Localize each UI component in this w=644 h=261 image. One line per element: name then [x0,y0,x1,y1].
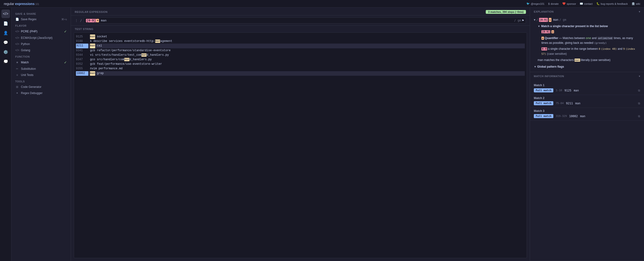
test-string-title: TEST STRING [71,26,530,32]
match-3-title: Match 3 [534,109,640,113]
open-delimiter: / [80,19,82,22]
exp-man-literal: man matches the characters man literally… [534,58,640,63]
copy-1-icon[interactable]: ⧉ [638,89,640,92]
match-1-val: man [574,89,579,92]
exp-match-single-char: ▼ Match a single character present in th… [534,24,640,56]
flavor-pcre[interactable]: </> PCRE (PHP) ✓ [12,28,71,35]
sidebar-icon-user[interactable]: 👤 [2,29,10,37]
navbar-links: 🐦 @regex101 $ donate ❤️ sponsor ✉️ conta… [526,2,640,5]
match-3-num: 10002 [569,115,578,118]
code-slash-icon3: </> [15,42,19,46]
test-line-match: 9211 man cal [76,44,525,48]
copy-3-icon[interactable]: ⧉ [638,115,640,118]
match-1-pos: 1-10 [556,89,562,92]
match-3-val: man [580,115,586,118]
donate-link[interactable]: $ donate [548,3,559,5]
explanation-chevron: ▾ [639,10,640,13]
flags-toggle[interactable]: ⚑ [522,19,524,22]
sidebar-icon-code[interactable]: </> [2,10,10,18]
save-regex-item[interactable]: 📄 Save Regex ⌘+s [12,16,71,22]
regex-input[interactable]: [0-9]+ man / gm ⚑ [84,17,526,24]
match-word: man [90,35,95,39]
regex-display-line: ▼ / [0-9] + man / gm [534,18,640,22]
star-icon: ★ [15,61,19,64]
twitter-link[interactable]: 🐦 @regex101 [526,2,544,5]
sidebar-icon-doc[interactable]: 📄 [2,19,10,28]
exp-range: 0-9 a single character in the range betw… [538,47,640,56]
match-info-section: MATCH INFORMATION ▾ Match 1 Full match 1… [530,72,644,261]
regex-section-title: REGULAR EXPRESSION [75,11,108,13]
icon-sidebar: </> 📄 👤 💬 ⚙️ 💭 [0,8,12,261]
flavor-python[interactable]: </> Python [12,41,71,47]
brand: regular expressions 101 [4,2,39,6]
flavor-title: FLAVOR [12,22,71,28]
tools-title: TOOLS [12,78,71,84]
right-panel: EXPLANATION ▾ ▼ / [0-9] + man / gm ▼ [530,8,644,261]
match-badge: 3 matches, 394 steps (~0ms) [486,10,526,14]
match-1-title: Match 1 [534,84,640,87]
test-line: 9341 gcb refactor/performance/standardis… [76,48,525,53]
match-3-block: Match 3 Full match 319-329 10002 man ⧉ [530,108,644,121]
save-icon: 📄 [15,18,19,21]
function-unit-tests[interactable]: ≡ Unit Tests [12,72,71,78]
function-title: FUNCTION [12,53,71,59]
test-line-match: 10002 man grep [76,71,525,76]
test-line: 9125 man socket [76,35,525,39]
contact-link[interactable]: ✉️ contact [580,2,592,5]
copy-2-icon[interactable]: ⧉ [638,102,640,105]
test-string-area[interactable]: 9125 man socket 9188 k describe services… [74,32,527,258]
test-line: 9355 nvim performance.md [76,67,525,71]
list-icon: ≡ [15,73,19,77]
left-panel: SAVE & SHARE 📄 Save Regex ⌘+s FLAVOR </>… [12,8,71,261]
match-2-title: Match 2 [534,96,640,100]
match-word: man [90,71,95,76]
code-slash-icon2: </> [15,36,19,40]
match-info-chevron: ▾ [639,75,640,78]
regex-text-part: man [101,19,106,22]
exp-bracket: [0-9] [539,18,548,22]
flavor-golang[interactable]: </> Golang [12,47,71,53]
regex-header: REGULAR EXPRESSION 3 matches, 394 steps … [71,8,530,16]
regex-bracket-part: [0-9] [86,19,96,22]
match-1-row: Full match 1-10 9125 man ⧉ [534,88,640,92]
explanation-header[interactable]: EXPLANATION ▾ [530,8,644,16]
bug-reports-link[interactable]: 🐛 bug reports & feedback [596,2,628,5]
match-info-content: Match 1 Full match 1-10 9125 man ⧉ Match… [530,80,644,261]
test-line: 9188 k describe services eventstoredb-ht… [76,39,525,44]
debug-icon: ✦ [15,91,19,95]
function-substitution[interactable]: ✂ Substitution [12,66,71,72]
match-3-pos: 319-329 [556,115,567,118]
test-line: 9347 gco src/handlers/command_handlers.p… [76,57,525,62]
match-2-val: man [575,102,580,105]
regex-input-row: ⋮ / [0-9]+ man / gm ⚑ [71,16,530,26]
sidebar-icon-chat[interactable]: 💬 [2,38,10,47]
match-1-num: 9125 [564,89,572,92]
match-2-num: 9211 [566,102,573,105]
explanation-content: ▼ / [0-9] + man / gm ▼ Match a single ch… [530,16,644,72]
match-2-row: Full match 75-84 9211 man ⧉ [534,101,640,105]
regex-flags: / gm [514,19,521,22]
match-word: man [141,53,146,57]
main-layout: </> 📄 👤 💬 ⚙️ 💭 SAVE & SHARE 📄 Save Regex… [0,8,644,261]
exp-global-flags: ▼ Global pattern flags [534,65,640,69]
match-1-badge: Full match [534,88,553,92]
wiki-link[interactable]: 🏛️ wiki [632,2,640,5]
sponsor-link[interactable]: ❤️ sponsor [562,2,576,5]
tools-debugger[interactable]: ✦ Regex Debugger [12,90,71,96]
options-icon[interactable]: ⋮ [75,19,78,22]
match-info-header[interactable]: MATCH INFORMATION ▾ [530,72,644,80]
exp-quantifier: + Quantifier — Matches between one and u… [538,36,640,46]
sidebar-icon-community[interactable]: 💭 [2,57,10,66]
explanation-section: EXPLANATION ▾ ▼ / [0-9] + man / gm ▼ [530,8,644,72]
function-match[interactable]: ★ Match ✓ [12,59,71,66]
regex-plus-part: + [96,19,99,22]
navbar: regular expressions 101 🐦 @regex101 $ do… [0,0,644,8]
flavor-ecma[interactable]: </> ECMAScript (JavaScript) [12,35,71,41]
sidebar-icon-settings[interactable]: ⚙️ [2,48,10,56]
match-3-badge: Full match [534,114,553,118]
match-2-block: Match 2 Full match 75-84 9211 man ⧉ [530,95,644,108]
tools-code-gen[interactable]: ⊞ Code Generator [12,84,71,90]
center-panel: REGULAR EXPRESSION 3 matches, 394 steps … [71,8,530,261]
test-line: 9352 gcb feat/performance/use-eventstore… [76,62,525,67]
match-3-row: Full match 319-329 10002 man ⧉ [534,114,640,118]
